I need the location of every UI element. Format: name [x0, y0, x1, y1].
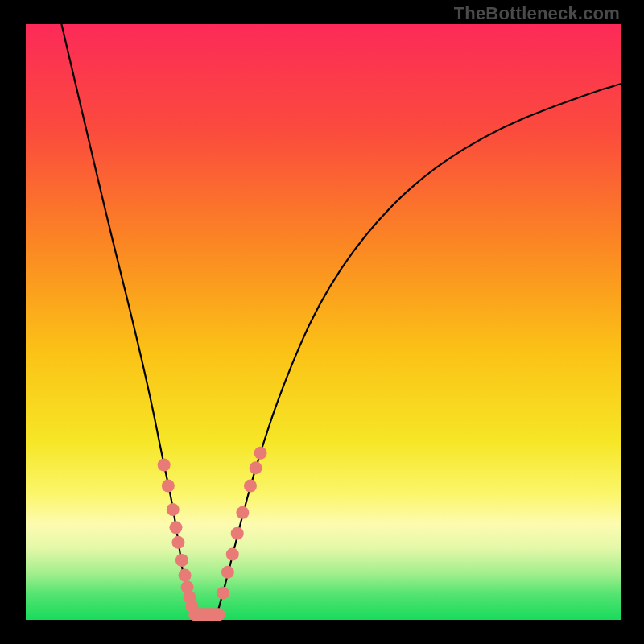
curve-right-arm [217, 84, 621, 617]
marker-left-3 [169, 521, 182, 534]
marker-left-1 [162, 480, 175, 493]
marker-right-4 [236, 506, 249, 519]
marker-right-1 [221, 566, 234, 579]
chart-frame: TheBottleneck.com [0, 0, 644, 644]
marker-left-5 [175, 554, 188, 567]
marker-left-6 [179, 569, 192, 582]
curve-svg [26, 24, 621, 620]
marker-right-0 [217, 587, 229, 600]
marker-right-5 [244, 480, 257, 493]
marker-right-7 [254, 447, 267, 460]
marker-right-2 [226, 548, 239, 561]
marker-bottom-pill [188, 608, 225, 621]
marker-left-2 [167, 503, 180, 516]
marker-left-0 [158, 459, 171, 472]
marker-right-3 [231, 527, 244, 540]
marker-left-4 [171, 536, 184, 549]
plot-area [26, 24, 621, 620]
marker-right-6 [250, 461, 262, 474]
watermark-text: TheBottleneck.com [454, 3, 620, 24]
